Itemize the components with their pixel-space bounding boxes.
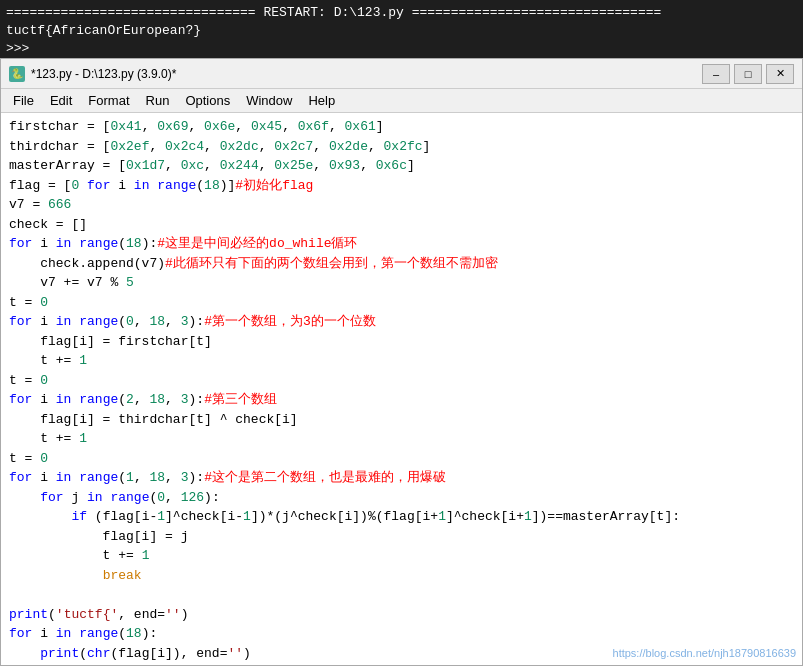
- code-line-3: masterArray = [0x1d7, 0xc, 0x244, 0x25e,…: [1, 156, 802, 176]
- code-line-28: print(chr(flag[i]), end=''): [1, 644, 802, 664]
- menu-run[interactable]: Run: [138, 91, 178, 110]
- code-line-11: for i in range(0, 18, 3):#第一个数组，为3的一个位数: [1, 312, 802, 332]
- code-line-29: print('}'): [1, 663, 802, 665]
- close-button[interactable]: ✕: [766, 64, 794, 84]
- code-line-13: t += 1: [1, 351, 802, 371]
- terminal-area: ================================ RESTART…: [0, 0, 803, 58]
- code-line-5: v7 = 666: [1, 195, 802, 215]
- menu-options[interactable]: Options: [177, 91, 238, 110]
- code-line-20: for j in range(0, 126):: [1, 488, 802, 508]
- menu-help[interactable]: Help: [300, 91, 343, 110]
- code-line-22: flag[i] = j: [1, 527, 802, 547]
- code-editor[interactable]: firstchar = [0x41, 0x69, 0x6e, 0x45, 0x6…: [1, 113, 802, 665]
- code-line-21: if (flag[i-1]^check[i-1])*(j^check[i])%(…: [1, 507, 802, 527]
- menu-format[interactable]: Format: [80, 91, 137, 110]
- code-line-8: check.append(v7)#此循环只有下面的两个数组会用到，第一个数组不需…: [1, 254, 802, 274]
- title-bar: 🐍 *123.py - D:\123.py (3.9.0)* – □ ✕: [1, 59, 802, 89]
- terminal-output-line: tuctf{AfricanOrEuropean?}: [6, 22, 797, 40]
- code-line-18: t = 0: [1, 449, 802, 469]
- title-bar-buttons: – □ ✕: [702, 64, 794, 84]
- code-line-27: for i in range(18):: [1, 624, 802, 644]
- code-line-25: [1, 585, 802, 605]
- menu-edit[interactable]: Edit: [42, 91, 80, 110]
- minimize-button[interactable]: –: [702, 64, 730, 84]
- code-line-7: for i in range(18):#这里是中间必经的do_while循环: [1, 234, 802, 254]
- code-line-16: flag[i] = thirdchar[t] ^ check[i]: [1, 410, 802, 430]
- code-line-14: t = 0: [1, 371, 802, 391]
- terminal-restart-line: ================================ RESTART…: [6, 4, 797, 22]
- window-icon-text: 🐍: [11, 68, 23, 80]
- code-line-26: print('tuctf{', end=''): [1, 605, 802, 625]
- code-line-15: for i in range(2, 18, 3):#第三个数组: [1, 390, 802, 410]
- code-line-17: t += 1: [1, 429, 802, 449]
- code-line-23: t += 1: [1, 546, 802, 566]
- window-title: *123.py - D:\123.py (3.9.0)*: [31, 67, 702, 81]
- window-icon: 🐍: [9, 66, 25, 82]
- menu-file[interactable]: File: [5, 91, 42, 110]
- code-line-6: check = []: [1, 215, 802, 235]
- terminal-prompt-line: >>>: [6, 40, 797, 58]
- code-line-12: flag[i] = firstchar[t]: [1, 332, 802, 352]
- menu-window[interactable]: Window: [238, 91, 300, 110]
- code-line-1: firstchar = [0x41, 0x69, 0x6e, 0x45, 0x6…: [1, 117, 802, 137]
- editor-window: 🐍 *123.py - D:\123.py (3.9.0)* – □ ✕ Fil…: [0, 58, 803, 666]
- code-line-4: flag = [0 for i in range(18)]#初始化flag: [1, 176, 802, 196]
- code-line-9: v7 += v7 % 5: [1, 273, 802, 293]
- code-line-10: t = 0: [1, 293, 802, 313]
- menu-bar: File Edit Format Run Options Window Help: [1, 89, 802, 113]
- code-line-19: for i in range(1, 18, 3):#这个是第二个数组，也是最难的…: [1, 468, 802, 488]
- code-line-2: thirdchar = [0x2ef, 0x2c4, 0x2dc, 0x2c7,…: [1, 137, 802, 157]
- maximize-button[interactable]: □: [734, 64, 762, 84]
- code-line-24: break: [1, 566, 802, 586]
